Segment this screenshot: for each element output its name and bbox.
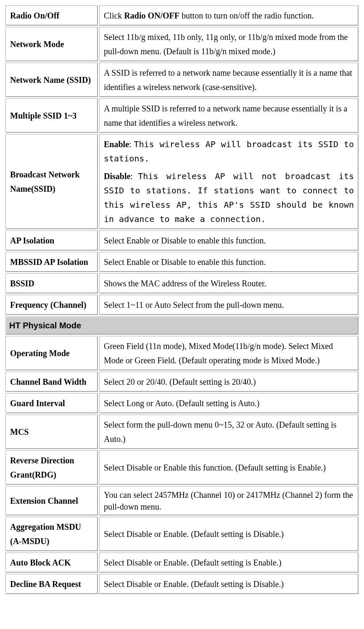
row-desc: Select Disable or Enable. (Default setti… bbox=[99, 552, 359, 573]
row-desc: Green Field (11n mode), Mixed Mode(11b/g… bbox=[99, 336, 359, 370]
desc-text: Click bbox=[104, 11, 124, 20]
row-label: MCS bbox=[5, 415, 98, 449]
row-desc: Select 1~11 or Auto Select from the pull… bbox=[99, 295, 359, 315]
row-desc: Select 20 or 20/40. (Default setting is … bbox=[99, 372, 359, 392]
row-label: MBSSID AP Isolation bbox=[5, 252, 98, 272]
disable-label: Disable bbox=[104, 172, 130, 181]
enable-label: Enable bbox=[104, 140, 129, 149]
row-label: Operating Mode bbox=[5, 336, 98, 370]
table-row: Guard Interval Select Long or Auto. (Def… bbox=[5, 393, 359, 413]
row-label: Radio On/Off bbox=[5, 5, 98, 26]
table-row: AP Isolation Select Enable or Disable to… bbox=[5, 230, 359, 251]
row-label: Aggregation MSDU (A-MSDU) bbox=[5, 517, 98, 551]
desc-text: button to turn on/off the radio function… bbox=[179, 11, 314, 20]
row-label: Channel Band Width bbox=[5, 372, 98, 392]
row-label: AP Isolation bbox=[5, 230, 98, 251]
row-desc: A SSID is referred to a network name bec… bbox=[99, 63, 359, 97]
table-row: Operating Mode Green Field (11n mode), M… bbox=[5, 336, 359, 370]
row-desc: Select Enable or Disable to enable this … bbox=[99, 230, 359, 251]
row-label: Frequency (Channel) bbox=[5, 295, 98, 315]
table-row: MCS Select form the pull-down menu 0~15,… bbox=[5, 415, 359, 449]
row-label: Network Name (SSID) bbox=[5, 63, 98, 97]
row-desc: Select Disable or Enable this function. … bbox=[99, 450, 359, 485]
row-desc: You can select 2457MHz (Channel 10) or 2… bbox=[99, 486, 359, 515]
table-row: Broadcast Network Name(SSID) Enable: Thi… bbox=[5, 134, 359, 229]
table-row: Network Mode Select 11b/g mixed, 11b onl… bbox=[5, 27, 359, 61]
row-label: Broadcast Network Name(SSID) bbox=[5, 134, 98, 229]
disable-text: This wireless AP will not broadcast its … bbox=[104, 171, 354, 224]
section-header-row: HT Physical Mode bbox=[5, 316, 359, 335]
row-label: Decline BA Request bbox=[5, 574, 98, 594]
row-desc: A multiple SSID is referred to a network… bbox=[99, 98, 359, 133]
row-desc: Select form the pull-down menu 0~15, 32 … bbox=[99, 415, 359, 449]
row-label: Guard Interval bbox=[5, 393, 98, 413]
row-label: Reverse Direction Grant(RDG) bbox=[5, 450, 98, 485]
row-label: Network Mode bbox=[5, 27, 98, 61]
table-row: Multiple SSID 1~3 A multiple SSID is ref… bbox=[5, 98, 359, 133]
table-row: Extension Channel You can select 2457MHz… bbox=[5, 486, 359, 515]
table-row: BSSID Shows the MAC address of the Wirel… bbox=[5, 273, 359, 293]
enable-text: This wireless AP will broadcast its SSID… bbox=[104, 139, 354, 164]
settings-table: Radio On/Off Click Radio ON/OFF button t… bbox=[4, 4, 360, 595]
desc-bold: Radio ON/OFF bbox=[124, 11, 179, 20]
row-desc: Select Disable or Enable. (Default setti… bbox=[99, 574, 359, 594]
row-desc: Select Disable or Enable. (Default setti… bbox=[99, 517, 359, 551]
row-label: Multiple SSID 1~3 bbox=[5, 98, 98, 133]
row-desc: Select Enable or Disable to enable this … bbox=[99, 252, 359, 272]
section-header: HT Physical Mode bbox=[5, 316, 359, 335]
table-row: Decline BA Request Select Disable or Ena… bbox=[5, 574, 359, 594]
table-row: Aggregation MSDU (A-MSDU) Select Disable… bbox=[5, 517, 359, 551]
table-row: Reverse Direction Grant(RDG) Select Disa… bbox=[5, 450, 359, 485]
row-label: BSSID bbox=[5, 273, 98, 293]
row-desc: Shows the MAC address of the Wireless Ro… bbox=[99, 273, 359, 293]
table-row: Channel Band Width Select 20 or 20/40. (… bbox=[5, 372, 359, 392]
row-desc: Select Long or Auto. (Default setting is… bbox=[99, 393, 359, 413]
table-row: Auto Block ACK Select Disable or Enable.… bbox=[5, 552, 359, 573]
row-label: Auto Block ACK bbox=[5, 552, 98, 573]
table-row: Radio On/Off Click Radio ON/OFF button t… bbox=[5, 5, 359, 26]
row-desc: Select 11b/g mixed, 11b only, 11g only, … bbox=[99, 27, 359, 61]
row-desc: Click Radio ON/OFF button to turn on/off… bbox=[99, 5, 359, 26]
row-label: Extension Channel bbox=[5, 486, 98, 515]
table-row: Frequency (Channel) Select 1~11 or Auto … bbox=[5, 295, 359, 315]
row-desc: Enable: This wireless AP will broadcast … bbox=[99, 134, 359, 229]
table-row: MBSSID AP Isolation Select Enable or Dis… bbox=[5, 252, 359, 272]
table-row: Network Name (SSID) A SSID is referred t… bbox=[5, 63, 359, 97]
